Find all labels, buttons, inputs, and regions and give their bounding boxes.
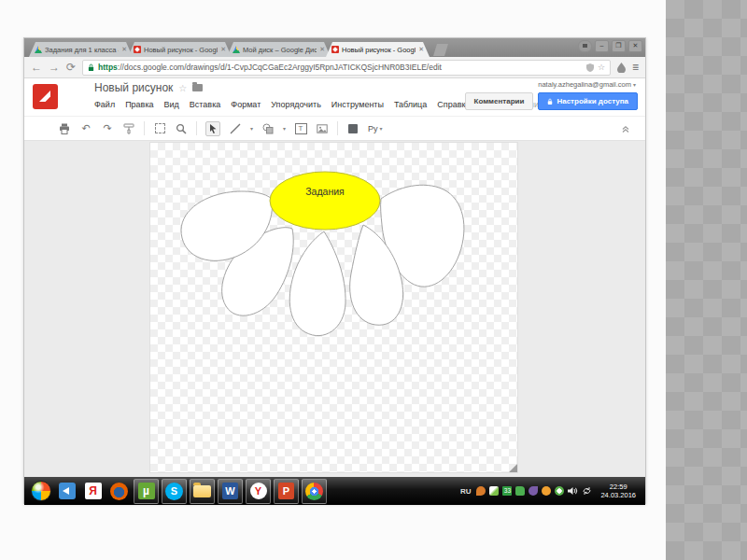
document-title[interactable]: Новый рисунок [94, 81, 173, 94]
move-to-folder-icon[interactable] [192, 84, 203, 91]
redo-icon[interactable]: ↷ [101, 122, 114, 135]
menu-view[interactable]: Вид [164, 100, 179, 109]
tab-my-drive[interactable]: Мой диск – Google Диск ✕ [227, 42, 331, 57]
google-drive-favicon [233, 46, 240, 53]
tab-drive-tasks[interactable]: Задания для 1 класса - C ✕ [29, 42, 133, 57]
close-button[interactable]: ✕ [628, 40, 642, 52]
menu-arrange[interactable]: Упорядочить [271, 100, 321, 109]
toolbar-more-dropdown[interactable]: Ру ▾ [368, 124, 383, 133]
system-tray: RU 33 22:59 24.03.2016 [460, 483, 641, 500]
tab-title: Новый рисунок - Googl [342, 46, 416, 54]
toolbar-separator [196, 121, 197, 135]
skype-icon[interactable]: S [162, 479, 187, 504]
tray-app-icon-green-circle[interactable] [555, 486, 564, 496]
tray-app-icon-orange-circle[interactable] [542, 486, 551, 496]
share-button[interactable]: Настройки доступа [538, 92, 638, 110]
shield-icon[interactable] [586, 63, 594, 72]
insert-image-icon[interactable] [316, 122, 329, 135]
tray-sync-arrows-icon[interactable] [582, 486, 592, 496]
clock-date: 24.03.2016 [600, 491, 636, 499]
comments-button[interactable]: Комментарии [465, 92, 534, 110]
google-drawings-logo [33, 84, 58, 109]
file-explorer-icon[interactable] [190, 479, 215, 504]
bookmark-star-icon[interactable]: ☆ [598, 63, 605, 72]
zoom-fit-icon[interactable] [153, 122, 166, 135]
extension-drop-icon[interactable] [617, 63, 626, 73]
tab-close-icon[interactable]: ✕ [319, 46, 325, 53]
yandex-icon[interactable]: Y [246, 479, 271, 504]
google-drawings-favicon [134, 46, 141, 53]
google-drawings-favicon [331, 46, 339, 53]
tray-app-icon-leaf[interactable] [489, 486, 499, 496]
language-indicator[interactable]: RU [460, 487, 472, 496]
tab-title: Мой диск – Google Диск [243, 46, 317, 54]
drawing-canvas[interactable]: Задания [150, 143, 517, 472]
https-lock-icon [88, 63, 94, 72]
print-icon[interactable] [58, 122, 71, 135]
menu-table[interactable]: Таблица [394, 100, 427, 109]
line-tool-icon[interactable] [229, 122, 242, 135]
tray-app-icon-orange[interactable] [476, 486, 486, 496]
minimize-button[interactable]: – [595, 40, 609, 52]
window-controls: – ❐ ✕ [578, 40, 642, 52]
address-bar[interactable]: https://docs.google.com/drawings/d/1-Cvp… [82, 60, 611, 76]
windows-orb-icon [31, 481, 51, 501]
volume-mixer-icon[interactable] [55, 480, 78, 503]
firefox-icon[interactable] [107, 480, 131, 503]
new-tab-button[interactable] [433, 44, 448, 56]
taskbar-clock[interactable]: 22:59 24.03.2016 [600, 483, 636, 500]
tab-drawing-2-active[interactable]: Новый рисунок - Googl ✕ [326, 42, 430, 57]
utorrent-icon[interactable]: µ [134, 479, 159, 504]
shape-tool-caret-icon[interactable]: ▾ [283, 125, 286, 132]
slide-background-pattern [666, 0, 747, 560]
insert-comment-icon[interactable] [346, 122, 359, 135]
flower-diagram: Задания [150, 143, 517, 472]
chrome-icon[interactable] [302, 479, 327, 504]
forward-button[interactable]: → [49, 62, 60, 73]
select-tool-icon[interactable] [205, 121, 220, 136]
toolbar-separator [337, 121, 338, 135]
drawing-toolbar: ↶ ↷ ▾ ▾ T [24, 117, 645, 141]
account-caret-icon: ▾ [633, 82, 636, 88]
reload-button[interactable]: ⟳ [66, 62, 76, 73]
tray-volume-icon[interactable] [568, 486, 578, 496]
shape-tool-icon[interactable] [261, 122, 275, 135]
tray-app-icon-green-thumb[interactable] [515, 486, 525, 496]
chrome-menu-icon[interactable]: ≡ [632, 61, 639, 74]
tab-close-icon[interactable]: ✕ [220, 46, 226, 53]
menu-insert[interactable]: Вставка [190, 100, 220, 109]
tab-drawing-1[interactable]: Новый рисунок - Googl ✕ [128, 42, 232, 57]
header-buttons: Комментарии Настройки доступа [465, 92, 638, 110]
tab-close-icon[interactable]: ✕ [121, 46, 127, 53]
paint-format-icon[interactable] [122, 122, 135, 135]
yandex-browser-icon[interactable]: Я [81, 480, 105, 503]
restore-button[interactable]: ❐ [612, 40, 626, 52]
petal-center[interactable] [289, 231, 345, 336]
account-email-text: nataly.azhegalina@gmail.com [538, 80, 631, 89]
browser-window: Задания для 1 класса - C ✕ Новый рисунок… [23, 37, 646, 504]
menu-edit[interactable]: Правка [125, 100, 153, 109]
document-title-row: Новый рисунок ☆ [94, 81, 203, 94]
text-box-icon[interactable]: T [294, 122, 307, 135]
google-drive-favicon [35, 46, 42, 53]
account-email[interactable]: nataly.azhegalina@gmail.com ▾ [538, 80, 636, 89]
powerpoint-icon[interactable]: P [274, 479, 299, 504]
menu-format[interactable]: Формат [231, 100, 261, 109]
menu-tools[interactable]: Инструменты [331, 100, 384, 109]
hide-menus-icon[interactable] [621, 120, 630, 137]
center-ellipse[interactable] [270, 172, 380, 230]
menu-file[interactable]: Файл [94, 100, 115, 109]
back-button[interactable]: ← [31, 62, 42, 73]
word-icon[interactable]: W [218, 479, 243, 504]
tray-badge-33[interactable]: 33 [502, 486, 512, 496]
star-document-icon[interactable]: ☆ [178, 83, 187, 93]
canvas-resize-handle[interactable] [509, 464, 517, 472]
tab-close-icon[interactable]: ✕ [418, 46, 424, 53]
tab-preview-button[interactable] [578, 40, 592, 52]
undo-icon[interactable]: ↶ [79, 122, 92, 135]
drawings-header: Новый рисунок ☆ Файл Правка Вид Вставка … [24, 78, 645, 117]
line-tool-caret-icon[interactable]: ▾ [250, 125, 253, 132]
tray-app-icon-purple[interactable] [529, 486, 538, 496]
start-button[interactable] [29, 480, 52, 503]
zoom-icon[interactable] [175, 122, 188, 135]
